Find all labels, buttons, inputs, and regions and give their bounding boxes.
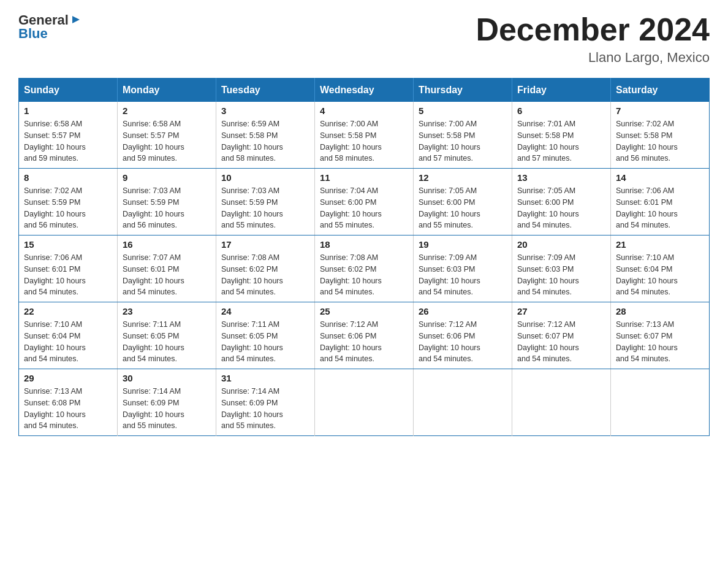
day-info: Sunrise: 7:07 AM Sunset: 6:01 PM Dayligh… xyxy=(123,252,211,298)
day-number: 24 xyxy=(221,306,309,316)
day-number: 3 xyxy=(221,105,309,116)
day-info: Sunrise: 7:05 AM Sunset: 6:00 PM Dayligh… xyxy=(419,185,507,231)
calendar-cell: 31 Sunrise: 7:14 AM Sunset: 6:09 PM Dayl… xyxy=(216,369,315,436)
calendar-cell xyxy=(414,369,512,436)
day-number: 1 xyxy=(24,105,112,116)
day-info: Sunrise: 7:14 AM Sunset: 6:09 PM Dayligh… xyxy=(221,386,309,432)
calendar-cell: 15 Sunrise: 7:06 AM Sunset: 6:01 PM Dayl… xyxy=(19,236,118,302)
calendar-cell: 17 Sunrise: 7:08 AM Sunset: 6:02 PM Dayl… xyxy=(216,236,315,302)
calendar-day-header-sunday: Sunday xyxy=(19,79,118,102)
day-info: Sunrise: 7:12 AM Sunset: 6:06 PM Dayligh… xyxy=(419,319,507,365)
day-info: Sunrise: 7:12 AM Sunset: 6:06 PM Dayligh… xyxy=(320,319,408,365)
day-info: Sunrise: 6:59 AM Sunset: 5:58 PM Dayligh… xyxy=(221,118,309,164)
calendar-cell: 13 Sunrise: 7:05 AM Sunset: 6:00 PM Dayl… xyxy=(512,169,611,236)
calendar-table: SundayMondayTuesdayWednesdayThursdayFrid… xyxy=(18,78,710,436)
calendar-cell: 19 Sunrise: 7:09 AM Sunset: 6:03 PM Dayl… xyxy=(414,236,512,302)
calendar-day-header-friday: Friday xyxy=(512,79,611,102)
calendar-cell: 7 Sunrise: 7:02 AM Sunset: 5:58 PM Dayli… xyxy=(611,102,710,169)
calendar-day-header-monday: Monday xyxy=(118,79,216,102)
day-info: Sunrise: 7:04 AM Sunset: 6:00 PM Dayligh… xyxy=(320,185,408,231)
day-info: Sunrise: 6:58 AM Sunset: 5:57 PM Dayligh… xyxy=(24,118,112,164)
day-number: 4 xyxy=(320,105,408,116)
calendar-week-row: 15 Sunrise: 7:06 AM Sunset: 6:01 PM Dayl… xyxy=(19,236,710,302)
day-number: 5 xyxy=(419,105,507,116)
day-number: 12 xyxy=(419,172,507,183)
day-number: 21 xyxy=(616,239,704,250)
day-number: 30 xyxy=(123,373,211,383)
calendar-week-row: 1 Sunrise: 6:58 AM Sunset: 5:57 PM Dayli… xyxy=(19,102,710,169)
calendar-day-header-thursday: Thursday xyxy=(414,79,512,102)
day-info: Sunrise: 7:05 AM Sunset: 6:00 PM Dayligh… xyxy=(517,185,605,231)
calendar-cell: 22 Sunrise: 7:10 AM Sunset: 6:04 PM Dayl… xyxy=(19,302,118,369)
day-info: Sunrise: 7:10 AM Sunset: 6:04 PM Dayligh… xyxy=(616,252,704,298)
day-number: 6 xyxy=(517,105,605,116)
calendar-cell: 4 Sunrise: 7:00 AM Sunset: 5:58 PM Dayli… xyxy=(315,102,414,169)
day-info: Sunrise: 7:11 AM Sunset: 6:05 PM Dayligh… xyxy=(221,319,309,365)
day-info: Sunrise: 7:08 AM Sunset: 6:02 PM Dayligh… xyxy=(320,252,408,298)
calendar-cell: 6 Sunrise: 7:01 AM Sunset: 5:58 PM Dayli… xyxy=(512,102,611,169)
day-info: Sunrise: 7:02 AM Sunset: 5:59 PM Dayligh… xyxy=(24,185,112,231)
calendar-week-row: 22 Sunrise: 7:10 AM Sunset: 6:04 PM Dayl… xyxy=(19,302,710,369)
title-section: December 2024 Llano Largo, Mexico xyxy=(476,12,710,66)
calendar-cell: 5 Sunrise: 7:00 AM Sunset: 5:58 PM Dayli… xyxy=(414,102,512,169)
calendar-cell xyxy=(611,369,710,436)
logo-blue: Blue xyxy=(18,26,82,42)
day-number: 11 xyxy=(320,172,408,183)
day-number: 17 xyxy=(221,239,309,250)
day-info: Sunrise: 7:08 AM Sunset: 6:02 PM Dayligh… xyxy=(221,252,309,298)
day-number: 25 xyxy=(320,306,408,316)
calendar-cell: 16 Sunrise: 7:07 AM Sunset: 6:01 PM Dayl… xyxy=(118,236,216,302)
calendar-cell: 21 Sunrise: 7:10 AM Sunset: 6:04 PM Dayl… xyxy=(611,236,710,302)
day-info: Sunrise: 7:00 AM Sunset: 5:58 PM Dayligh… xyxy=(419,118,507,164)
day-number: 29 xyxy=(24,373,112,383)
calendar-cell: 1 Sunrise: 6:58 AM Sunset: 5:57 PM Dayli… xyxy=(19,102,118,169)
day-number: 15 xyxy=(24,239,112,250)
day-info: Sunrise: 7:13 AM Sunset: 6:08 PM Dayligh… xyxy=(24,386,112,432)
calendar-cell: 3 Sunrise: 6:59 AM Sunset: 5:58 PM Dayli… xyxy=(216,102,315,169)
svg-marker-0 xyxy=(72,16,80,23)
day-number: 16 xyxy=(123,239,211,250)
day-info: Sunrise: 7:01 AM Sunset: 5:58 PM Dayligh… xyxy=(517,118,605,164)
calendar-cell: 9 Sunrise: 7:03 AM Sunset: 5:59 PM Dayli… xyxy=(118,169,216,236)
calendar-cell: 25 Sunrise: 7:12 AM Sunset: 6:06 PM Dayl… xyxy=(315,302,414,369)
calendar-cell: 23 Sunrise: 7:11 AM Sunset: 6:05 PM Dayl… xyxy=(118,302,216,369)
day-info: Sunrise: 7:09 AM Sunset: 6:03 PM Dayligh… xyxy=(419,252,507,298)
day-number: 18 xyxy=(320,239,408,250)
calendar-day-header-saturday: Saturday xyxy=(611,79,710,102)
day-info: Sunrise: 7:03 AM Sunset: 5:59 PM Dayligh… xyxy=(123,185,211,231)
day-number: 7 xyxy=(616,105,704,116)
day-info: Sunrise: 7:12 AM Sunset: 6:07 PM Dayligh… xyxy=(517,319,605,365)
day-number: 28 xyxy=(616,306,704,316)
day-info: Sunrise: 7:13 AM Sunset: 6:07 PM Dayligh… xyxy=(616,319,704,365)
calendar-header-row: SundayMondayTuesdayWednesdayThursdayFrid… xyxy=(19,79,710,102)
calendar-day-header-wednesday: Wednesday xyxy=(315,79,414,102)
day-info: Sunrise: 7:06 AM Sunset: 6:01 PM Dayligh… xyxy=(616,185,704,231)
calendar-day-header-tuesday: Tuesday xyxy=(216,79,315,102)
calendar-cell: 29 Sunrise: 7:13 AM Sunset: 6:08 PM Dayl… xyxy=(19,369,118,436)
calendar-cell: 20 Sunrise: 7:09 AM Sunset: 6:03 PM Dayl… xyxy=(512,236,611,302)
day-number: 13 xyxy=(517,172,605,183)
calendar-cell: 14 Sunrise: 7:06 AM Sunset: 6:01 PM Dayl… xyxy=(611,169,710,236)
day-info: Sunrise: 7:14 AM Sunset: 6:09 PM Dayligh… xyxy=(123,386,211,432)
calendar-cell: 11 Sunrise: 7:04 AM Sunset: 6:00 PM Dayl… xyxy=(315,169,414,236)
day-number: 9 xyxy=(123,172,211,183)
day-number: 22 xyxy=(24,306,112,316)
day-info: Sunrise: 7:10 AM Sunset: 6:04 PM Dayligh… xyxy=(24,319,112,365)
day-number: 10 xyxy=(221,172,309,183)
day-number: 2 xyxy=(123,105,211,116)
calendar-cell: 12 Sunrise: 7:05 AM Sunset: 6:00 PM Dayl… xyxy=(414,169,512,236)
calendar-cell xyxy=(315,369,414,436)
calendar-cell: 26 Sunrise: 7:12 AM Sunset: 6:06 PM Dayl… xyxy=(414,302,512,369)
calendar-cell: 24 Sunrise: 7:11 AM Sunset: 6:05 PM Dayl… xyxy=(216,302,315,369)
location-title: Llano Largo, Mexico xyxy=(476,50,710,66)
day-number: 26 xyxy=(419,306,507,316)
day-number: 8 xyxy=(24,172,112,183)
calendar-cell: 10 Sunrise: 7:03 AM Sunset: 5:59 PM Dayl… xyxy=(216,169,315,236)
day-number: 19 xyxy=(419,239,507,250)
calendar-cell xyxy=(512,369,611,436)
logo-arrow-icon xyxy=(70,13,82,26)
calendar-week-row: 8 Sunrise: 7:02 AM Sunset: 5:59 PM Dayli… xyxy=(19,169,710,236)
day-info: Sunrise: 7:00 AM Sunset: 5:58 PM Dayligh… xyxy=(320,118,408,164)
day-number: 27 xyxy=(517,306,605,316)
day-number: 20 xyxy=(517,239,605,250)
